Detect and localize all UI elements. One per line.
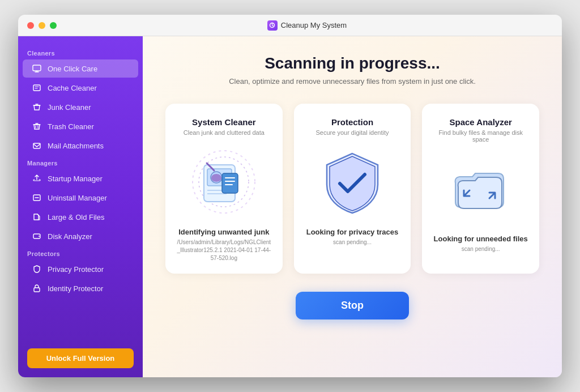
- title-bar: Cleanup My System: [18, 15, 562, 36]
- sidebar-label-mail-attachments: Mail Attachments: [48, 142, 104, 150]
- scanning-subtitle: Clean, optimize and remove unnecessary f…: [229, 77, 476, 86]
- section-label-protectors: Protectors: [18, 246, 143, 259]
- protection-illustration: [315, 145, 389, 219]
- svg-rect-1: [33, 65, 41, 71]
- maximize-button[interactable]: [50, 22, 57, 29]
- sidebar-item-one-click-care[interactable]: One Click Care: [23, 59, 138, 78]
- sidebar-label-disk-analyzer: Disk Analyzer: [48, 232, 92, 241]
- junk-icon: [32, 102, 42, 112]
- shield-icon: [32, 264, 42, 274]
- section-label-cleaners: Cleaners: [18, 45, 143, 59]
- sidebar-item-large-old-files[interactable]: Large & Old Files: [23, 208, 138, 226]
- space-analyzer-title: Space Analyzer: [450, 117, 512, 127]
- sidebar-item-disk-analyzer[interactable]: Disk Analyzer: [23, 227, 138, 245]
- system-cleaner-title: System Cleaner: [192, 117, 256, 127]
- svg-rect-15: [222, 173, 238, 193]
- sidebar-label-trash-cleaner: Trash Cleaner: [48, 122, 94, 131]
- sidebar-label-startup-manager: Startup Manager: [48, 174, 103, 183]
- system-cleaner-card: System Cleaner Clean junk and cluttered …: [165, 104, 283, 274]
- space-analyzer-subtitle: Find bulky files & manage disk space: [433, 129, 528, 143]
- window-title: Cleanup My System: [281, 21, 347, 29]
- space-analyzer-path: scan pending...: [462, 245, 500, 253]
- sidebar: Cleaners One Click Care Cache Cleaner Ju…: [18, 36, 143, 377]
- sidebar-item-startup-manager[interactable]: Startup Manager: [23, 169, 138, 188]
- sidebar-label-junk-cleaner: Junk Cleaner: [48, 103, 91, 112]
- protection-title: Protection: [331, 117, 373, 127]
- svg-point-6: [39, 236, 40, 237]
- sidebar-item-cache-cleaner[interactable]: Cache Cleaner: [23, 79, 138, 97]
- disk-icon: [32, 231, 42, 241]
- unlock-full-version-button[interactable]: Unlock Full Version: [27, 348, 134, 368]
- sidebar-label-large-old-files: Large & Old Files: [48, 213, 104, 221]
- protection-status: Looking for privacy traces: [306, 228, 399, 236]
- protection-subtitle: Secure your digital identity: [316, 129, 389, 136]
- system-cleaner-status: Identifying unwanted junk: [178, 228, 269, 236]
- sidebar-item-privacy-protector[interactable]: Privacy Protector: [23, 260, 138, 278]
- title-bar-center: Cleanup My System: [61, 20, 553, 31]
- sidebar-label-cache-cleaner: Cache Cleaner: [48, 84, 97, 92]
- space-analyzer-status: Looking for unneeded files: [434, 235, 528, 243]
- lock-icon: [32, 283, 42, 293]
- protection-path: scan pending...: [333, 238, 372, 246]
- minimize-button[interactable]: [39, 22, 45, 29]
- monitor-icon: [32, 63, 42, 74]
- sidebar-label-identity-protector: Identity Protector: [48, 284, 103, 293]
- svg-rect-2: [33, 85, 40, 91]
- system-cleaner-path: /Users/admin/Library/Logs/NGLClient_Illu…: [177, 238, 271, 262]
- sidebar-item-trash-cleaner[interactable]: Trash Cleaner: [23, 117, 138, 135]
- content-area: Scanning in progress... Clean, optimize …: [143, 36, 562, 377]
- svg-rect-7: [34, 288, 40, 292]
- svg-rect-3: [33, 143, 40, 148]
- app-icon: [267, 20, 278, 31]
- close-button[interactable]: [27, 22, 34, 29]
- trash-icon: [32, 121, 42, 131]
- space-analyzer-illustration: [444, 152, 518, 225]
- section-label-managers: Managers: [18, 155, 143, 169]
- sidebar-item-mail-attachments[interactable]: Mail Attachments: [23, 137, 138, 155]
- space-analyzer-card: Space Analyzer Find bulky files & manage…: [422, 104, 539, 274]
- sidebar-item-uninstall-manager[interactable]: Uninstall Manager: [23, 189, 138, 207]
- protection-card: Protection Secure your digital identity …: [294, 104, 411, 274]
- app-window: Cleanup My System Cleaners One Click Car…: [18, 15, 562, 377]
- sidebar-label-uninstall-manager: Uninstall Manager: [48, 194, 107, 202]
- system-cleaner-illustration: [187, 145, 261, 219]
- sidebar-label-privacy-protector: Privacy Protector: [48, 265, 104, 274]
- sidebar-label-one-click-care: One Click Care: [48, 65, 97, 73]
- uninstall-icon: [32, 193, 42, 203]
- stop-button[interactable]: Stop: [296, 292, 409, 319]
- system-cleaner-subtitle: Clean junk and cluttered data: [184, 129, 265, 136]
- cache-icon: [32, 83, 42, 93]
- sidebar-item-junk-cleaner[interactable]: Junk Cleaner: [23, 98, 138, 116]
- files-icon: [32, 212, 42, 222]
- sidebar-item-identity-protector[interactable]: Identity Protector: [23, 279, 138, 297]
- cards-row: System Cleaner Clean junk and cluttered …: [165, 104, 539, 274]
- scanning-title: Scanning in progress...: [265, 54, 440, 73]
- startup-icon: [32, 173, 42, 184]
- main-content: Cleaners One Click Care Cache Cleaner Ju…: [18, 36, 562, 377]
- mail-icon: [32, 140, 42, 151]
- svg-point-20: [211, 174, 221, 182]
